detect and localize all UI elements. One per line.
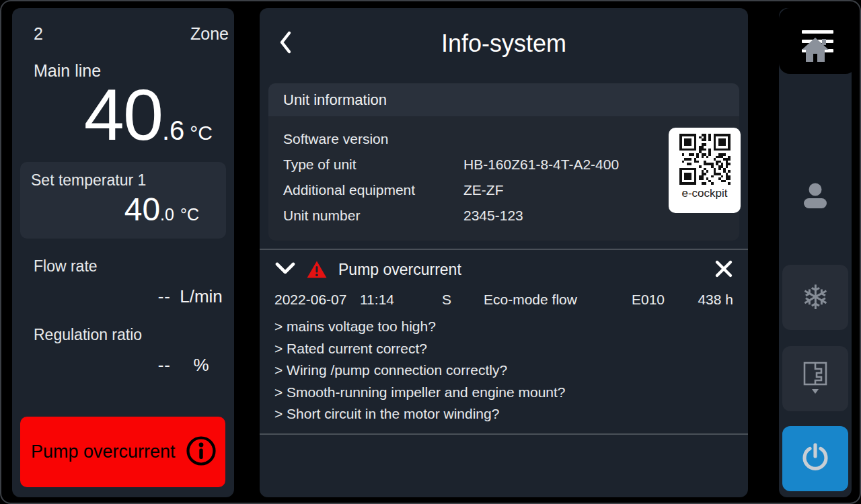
- zone-label: Zone: [190, 24, 229, 44]
- alarm-title: Pump overcurrent: [338, 261, 461, 279]
- row-value: ZE-ZF: [463, 182, 503, 198]
- regulation-ratio-value: --: [12, 355, 171, 376]
- sidebar-item-home[interactable]: [779, 8, 852, 93]
- alarm-source: Eco-mode flow: [484, 292, 632, 308]
- main-line-value: 40: [84, 74, 162, 155]
- set-temperature-decimal: .0: [160, 205, 174, 224]
- collapse-button[interactable]: [274, 262, 296, 278]
- home-icon: [800, 36, 831, 66]
- sidebar-item-cooling[interactable]: ❄: [782, 265, 848, 330]
- alarm-banner[interactable]: Pump overcurrent: [20, 417, 225, 487]
- main-line-unit: °C: [190, 122, 213, 144]
- info-icon[interactable]: [185, 435, 217, 470]
- regulation-ratio-label: Regulation ratio: [34, 326, 234, 344]
- sidebar: ❄: [779, 8, 852, 497]
- close-button[interactable]: [714, 259, 733, 280]
- power-icon: [800, 442, 831, 475]
- list-item: > mains voltage too high?: [274, 316, 733, 338]
- main-line-temperature: 40.6°C: [12, 77, 234, 153]
- row-value: HB-160Z61-8-4T-A2-400: [463, 157, 619, 173]
- divider: [260, 433, 748, 435]
- mold-icon: [800, 360, 831, 398]
- table-row: Unit number 2345-123: [283, 203, 724, 228]
- unit-information-header: Unit information: [268, 83, 739, 116]
- alarm-banner-label: Pump overcurrent: [31, 442, 176, 462]
- power-button[interactable]: [782, 426, 848, 491]
- set-temperature-value: 40: [124, 192, 160, 227]
- alarm-detail-header: Pump overcurrent: [274, 254, 733, 285]
- alarm-flag: S: [442, 292, 484, 308]
- info-system-panel: Info-system Unit information Software ve…: [260, 8, 748, 497]
- table-row: Additional equipment ZE-ZF: [283, 177, 724, 203]
- regulation-ratio-unit: %: [171, 355, 231, 376]
- table-row: Software version: [283, 126, 724, 152]
- qr-code-icon: [679, 134, 731, 185]
- zone-number: 2: [34, 24, 43, 44]
- flow-rate-value: --: [12, 286, 171, 307]
- table-row: Type of unit HB-160Z61-8-4T-A2-400: [283, 152, 724, 177]
- flow-rate-row: -- L/min: [12, 276, 234, 307]
- info-system-header: Info-system: [260, 8, 748, 79]
- set-temperature-label: Set temperatur 1: [31, 171, 215, 190]
- qr-code-card: e-cockpit: [669, 128, 741, 213]
- alarm-code: E010: [632, 292, 696, 308]
- list-item: > Smooth-running impeller and engine mou…: [274, 382, 733, 404]
- flow-rate-label: Flow rate: [34, 257, 234, 276]
- alarm-date: 2022-06-07: [274, 292, 360, 308]
- alarm-detail-section: Pump overcurrent 2022-06-07 11:14 S Eco-…: [268, 254, 740, 425]
- sidebar-item-user[interactable]: [779, 159, 852, 233]
- row-label: Additional equipment: [283, 182, 463, 198]
- row-label: Unit number: [283, 208, 463, 224]
- zone-panel: 2 Zone Main line 40.6°C Set temperatur 1…: [12, 8, 234, 497]
- zone-header: 2 Zone: [12, 8, 234, 44]
- warning-icon: [306, 260, 328, 279]
- back-button[interactable]: [270, 27, 300, 59]
- sidebar-item-mold[interactable]: [782, 346, 848, 411]
- list-item: > Rated current correct?: [274, 338, 733, 360]
- user-icon: [800, 181, 830, 211]
- chevron-down-icon: [274, 262, 296, 278]
- row-value: 2345-123: [463, 208, 523, 224]
- main-line-decimal: .6: [162, 116, 184, 145]
- set-temperature-card[interactable]: Set temperatur 1 40.0°C: [20, 162, 226, 239]
- close-icon: [714, 259, 733, 280]
- row-label: Type of unit: [283, 157, 463, 173]
- set-temperature-value-row: 40.0°C: [31, 191, 215, 228]
- regulation-ratio-row: -- %: [12, 344, 234, 376]
- page-title: Info-system: [441, 30, 566, 58]
- set-temperature-unit: °C: [180, 205, 199, 224]
- qr-caption: e-cockpit: [669, 187, 741, 200]
- alarm-checklist: > mains voltage too high? > Rated curren…: [274, 316, 733, 425]
- list-item: > Short circuit in the motor winding?: [274, 403, 733, 425]
- alarm-runtime: 438 h: [696, 292, 733, 308]
- alarm-meta-row: 2022-06-07 11:14 S Eco-mode flow E010 43…: [274, 292, 733, 308]
- list-item: > Wiring /pump connection correctly?: [274, 360, 733, 382]
- snowflake-icon: ❄: [801, 281, 829, 314]
- alarm-time: 11:14: [360, 292, 442, 308]
- chevron-left-icon: [278, 30, 292, 56]
- row-label: Software version: [283, 131, 463, 147]
- divider: [260, 249, 748, 250]
- unit-information-section: Unit information Software version Type o…: [268, 83, 739, 241]
- hmi-screen: 2 Zone Main line 40.6°C Set temperatur 1…: [0, 0, 861, 504]
- flow-rate-unit: L/min: [171, 286, 231, 307]
